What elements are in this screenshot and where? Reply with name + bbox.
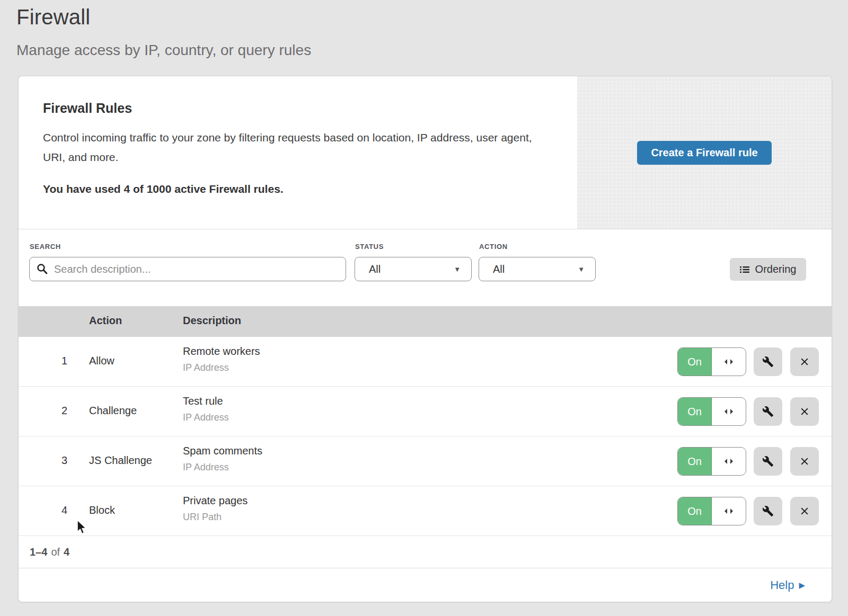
status-select[interactable]: All ▼ [355,257,472,281]
rule-priority: 4 [56,504,67,516]
delete-rule-button[interactable] [790,497,819,525]
pagination-range: 1–4 [30,546,47,558]
table-row: 3 JS Challenge Spam comments IP Address … [19,436,832,486]
rule-match-type: IP Address [183,462,229,473]
toggle-handle[interactable] [712,398,746,425]
rule-enabled-toggle[interactable]: On [677,347,746,376]
toggle-on-label: On [678,398,712,425]
wrench-icon [762,356,774,368]
action-select[interactable]: All ▼ [479,257,596,281]
close-icon [799,356,810,368]
card-title: Firewall Rules [43,101,553,116]
edit-rule-button[interactable] [754,447,782,476]
rule-priority: 1 [56,355,67,367]
pagination-total: 4 [64,546,69,558]
left-right-arrows-icon [723,508,734,514]
arrow-right-icon: ▶ [799,581,805,589]
card-top-section: Firewall Rules Control incoming traffic … [19,76,832,229]
rule-action: Challenge [89,405,137,417]
left-right-arrows-icon [723,359,734,365]
close-icon [799,406,810,417]
delete-rule-button[interactable] [790,447,819,476]
rule-enabled-toggle[interactable]: On [677,397,746,426]
ordering-button[interactable]: Ordering [730,258,806,281]
chevron-down-icon: ▼ [578,265,585,273]
firewall-rules-card: Firewall Rules Control incoming traffic … [18,76,832,602]
toggle-on-label: On [678,348,712,376]
edit-rule-button[interactable] [754,347,782,376]
rule-match-type: URI Path [183,512,222,523]
toggle-handle[interactable] [712,448,746,475]
left-right-arrows-icon [723,458,734,465]
page-title: Firewall [16,5,311,29]
rule-match-type: IP Address [183,412,229,423]
pagination: 1–4 of 4 [19,536,832,568]
table-row: 1 Allow Remote workers IP Address On [19,337,832,387]
toggle-handle[interactable] [712,348,746,376]
column-header-description: Description [183,315,241,327]
action-label: ACTION [479,243,508,251]
table-row: 2 Challenge Test rule IP Address On [19,387,832,436]
toggle-on-label: On [678,448,712,475]
left-right-arrows-icon [723,408,734,415]
rule-priority: 3 [56,454,67,467]
delete-rule-button[interactable] [790,347,819,376]
card-footer: Help ▶ [19,568,832,602]
filters-bar: SEARCH STATUS All ▼ ACTION All ▼ Orderin… [19,229,832,306]
action-select-value: All [493,263,505,275]
status-label: STATUS [355,243,384,251]
wrench-icon [762,406,774,417]
toggle-on-label: On [678,497,712,525]
page-header: Firewall Manage access by IP, country, o… [16,5,311,59]
help-link-label: Help [770,578,794,592]
search-icon [37,263,48,275]
table-header: Action Description [19,306,832,337]
ordering-button-label: Ordering [755,263,797,275]
create-firewall-rule-button[interactable]: Create a Firewall rule [637,141,771,165]
status-select-value: All [369,263,381,275]
page-subtitle: Manage access by IP, country, or query r… [16,42,311,59]
help-link[interactable]: Help ▶ [770,578,805,592]
usage-note: You have used 4 of 1000 active Firewall … [43,183,553,195]
search-field-wrap [29,257,346,281]
search-input[interactable] [29,257,346,281]
card-action-panel: Create a Firewall rule [577,76,832,229]
wrench-icon [762,456,774,467]
column-header-action: Action [89,315,122,327]
close-icon [799,456,810,467]
rule-description: Private pages [183,495,248,507]
list-ordering-icon [740,266,749,273]
rule-description: Remote workers [183,345,260,358]
pagination-of: of [51,546,60,558]
toggle-handle[interactable] [712,497,746,525]
rule-action: JS Challenge [89,454,152,467]
wrench-icon [762,505,774,517]
card-description: Control incoming traffic to your zone by… [43,128,546,167]
delete-rule-button[interactable] [790,397,819,426]
edit-rule-button[interactable] [754,497,782,525]
card-info: Firewall Rules Control incoming traffic … [19,76,577,229]
rule-description: Test rule [183,395,223,407]
rule-action: Allow [89,355,114,367]
search-label: SEARCH [30,243,61,251]
rule-action: Block [89,504,115,516]
edit-rule-button[interactable] [754,397,782,426]
rule-match-type: IP Address [183,362,229,373]
rule-description: Spam comments [183,445,262,457]
rule-enabled-toggle[interactable]: On [677,497,746,525]
rule-enabled-toggle[interactable]: On [677,447,746,476]
table-row: 4 Block Private pages URI Path On [19,486,832,536]
close-icon [799,505,810,517]
rule-priority: 2 [56,405,67,417]
chevron-down-icon: ▼ [454,265,461,273]
